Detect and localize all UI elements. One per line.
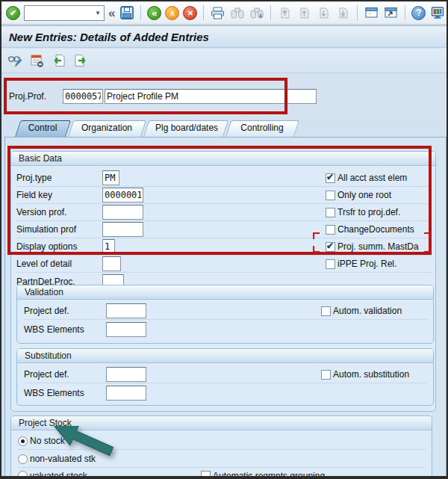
- toolbar-separator: [405, 5, 405, 20]
- print-icon[interactable]: [210, 5, 225, 21]
- checkbox-icon[interactable]: [326, 259, 335, 269]
- first-page-icon[interactable]: [277, 5, 293, 21]
- checkbox-all-acct-asst-elem[interactable]: All acct asst elem: [326, 173, 407, 183]
- checkbox-label: Trsfr to proj.def.: [337, 207, 400, 217]
- toolbar-separator: [203, 5, 204, 20]
- validation-wbs-elements-input[interactable]: [106, 322, 146, 337]
- level-of-detail-label: Level of detail: [16, 259, 102, 269]
- project-stock-header: Project Stock: [11, 416, 432, 430]
- save-icon[interactable]: [119, 5, 134, 21]
- last-page-icon[interactable]: [335, 5, 351, 21]
- delete-entry-icon[interactable]: [29, 53, 45, 69]
- next-entry-icon[interactable]: [72, 53, 88, 69]
- find-icon[interactable]: [229, 5, 245, 21]
- field-key-input[interactable]: [102, 188, 143, 203]
- checkbox-icon[interactable]: [326, 191, 335, 200]
- radio-icon[interactable]: [18, 454, 28, 464]
- tab-control[interactable]: Control: [15, 120, 66, 137]
- customize-layout-icon[interactable]: [429, 5, 445, 21]
- display-options-input[interactable]: [102, 239, 115, 254]
- field-key-label: Field key: [16, 190, 102, 200]
- help-icon[interactable]: ?: [411, 6, 426, 20]
- radio-label: non-valuated stk: [30, 454, 96, 464]
- level-of-detail-input[interactable]: [102, 256, 121, 271]
- substitution-wbs-elements-label: WBS Elements: [24, 388, 106, 398]
- tab-organization[interactable]: Organization: [68, 120, 141, 137]
- exit-icon[interactable]: ∧: [165, 6, 179, 20]
- back-icon[interactable]: «: [147, 6, 161, 20]
- enter-icon[interactable]: ✔: [6, 6, 20, 20]
- proj-prof-desc-input[interactable]: [105, 89, 317, 104]
- radio-icon[interactable]: [18, 471, 28, 479]
- checkbox-autom-validation[interactable]: Autom. validation: [321, 306, 402, 316]
- tab-controlling[interactable]: Controlling: [225, 120, 294, 137]
- checkbox-icon[interactable]: [321, 306, 331, 316]
- checkbox-proj-summ-mastda[interactable]: Proj. summ. MastDa: [326, 241, 419, 252]
- radio-row: No stock: [18, 433, 426, 450]
- command-field[interactable]: ▼: [24, 5, 105, 21]
- checkbox-only-one-root[interactable]: Only one root: [326, 190, 391, 200]
- tab-strip: Control Organization Plg board/dates Con…: [1, 120, 447, 137]
- application-toolbar: [1, 49, 447, 73]
- checkbox-autom-substitution[interactable]: Autom. substitution: [321, 369, 409, 380]
- field-row: WBS Elements: [24, 321, 427, 338]
- checkbox-icon[interactable]: [326, 208, 335, 217]
- checkbox-change-documents[interactable]: ChangeDocuments: [326, 224, 414, 235]
- proj-prof-label: Proj.Prof.: [9, 91, 46, 102]
- new-session-icon[interactable]: [364, 5, 379, 21]
- proj-prof-code-input[interactable]: [63, 89, 103, 104]
- tab-label: Controlling: [225, 120, 294, 133]
- create-shortcut-icon[interactable]: [383, 5, 399, 21]
- basic-data-group: Basic Data Proj.type All acct asst elem …: [10, 151, 436, 412]
- tab-plg-board-dates[interactable]: Plg board/dates: [143, 120, 223, 137]
- previous-entry-icon[interactable]: [51, 53, 66, 69]
- basic-data-header: Basic Data: [11, 152, 435, 166]
- chevron-down-icon[interactable]: ▼: [92, 10, 104, 16]
- simulation-prof-input[interactable]: [102, 222, 143, 237]
- substitution-header: Substitution: [17, 349, 433, 363]
- checkbox-label: Proj. summ. MastDa: [337, 241, 419, 252]
- tab-label: Plg board/dates: [143, 120, 223, 133]
- collapse-toolbar-icon[interactable]: «: [108, 7, 115, 19]
- substitution-project-def-input[interactable]: [106, 367, 146, 382]
- toolbar-separator: [357, 5, 358, 20]
- checkbox-label: Only one root: [337, 190, 391, 200]
- substitution-wbs-elements-input[interactable]: [106, 386, 146, 401]
- version-prof-input[interactable]: [102, 205, 143, 220]
- field-row: Version prof. Trsfr to proj.def.: [16, 204, 432, 221]
- command-input[interactable]: [25, 7, 92, 19]
- display-change-icon[interactable]: [7, 53, 23, 69]
- checkbox-icon[interactable]: [326, 225, 335, 235]
- group-title: Basic Data: [19, 153, 62, 164]
- validation-project-def-input[interactable]: [106, 303, 146, 318]
- checkbox-icon[interactable]: [326, 173, 335, 183]
- display-options-label: Display options: [16, 241, 102, 252]
- radio-icon[interactable]: [18, 436, 28, 446]
- field-row: Simulation prof ChangeDocuments: [16, 221, 432, 238]
- title-bar: New Entries: Details of Added Entries: [1, 25, 447, 48]
- checkbox-automatic-reqmnts-grouping[interactable]: Automatic reqmnts grouping: [201, 471, 325, 479]
- proj-type-input[interactable]: [102, 170, 119, 185]
- find-next-icon[interactable]: [249, 5, 264, 21]
- toolbar-separator: [140, 5, 141, 20]
- previous-page-icon[interactable]: [296, 5, 312, 21]
- checkbox-icon[interactable]: [326, 242, 335, 252]
- cancel-icon[interactable]: ✕: [183, 6, 197, 20]
- field-row: Proj.type All acct asst elem: [16, 170, 432, 187]
- control-tab-panel: Basic Data Proj.type All acct asst elem …: [4, 137, 447, 478]
- radio-valuated-stock[interactable]: valuated stock: [18, 471, 87, 479]
- checkbox-icon[interactable]: [321, 370, 331, 380]
- radio-non-valuated-stk[interactable]: non-valuated stk: [18, 454, 96, 464]
- radio-no-stock[interactable]: No stock: [18, 436, 65, 446]
- radio-row: valuated stock Automatic reqmnts groupin…: [18, 467, 426, 479]
- checkbox-trsfr-proj-def[interactable]: Trsfr to proj.def.: [326, 207, 400, 217]
- checkbox-label: ChangeDocuments: [337, 224, 414, 235]
- checkbox-icon[interactable]: [201, 471, 211, 479]
- radio-row: non-valuated stk: [18, 451, 426, 468]
- next-page-icon[interactable]: [316, 5, 332, 21]
- project-stock-group: Project Stock No stock non-valuated stk …: [10, 415, 432, 478]
- checkbox-ippe-proj-rel[interactable]: iPPE Proj. Rel.: [326, 259, 396, 269]
- group-title: Project Stock: [19, 418, 72, 428]
- main-toolbar: ✔ ▼ « « ∧ ✕: [1, 1, 447, 25]
- header-fields-area: Proj.Prof.: [1, 73, 447, 120]
